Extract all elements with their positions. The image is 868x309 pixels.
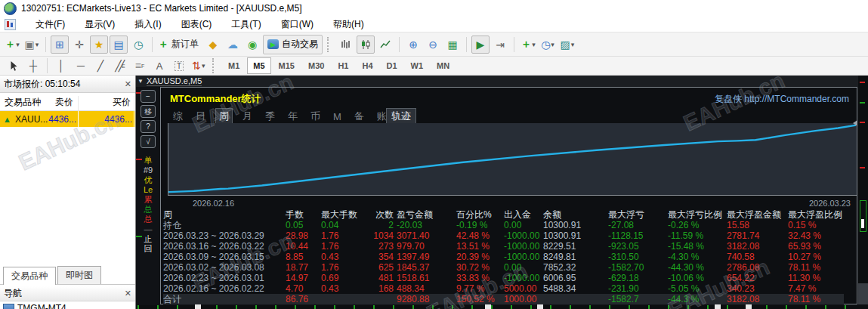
stat-tab-月[interactable]: 月 [239, 109, 255, 124]
timeframe-m1[interactable]: M1 [222, 57, 246, 74]
candlestick-chart-button[interactable] [357, 36, 375, 54]
close-icon[interactable]: ✕ [125, 79, 131, 89]
stat-tab-日[interactable]: 日 [193, 109, 209, 124]
market-watch-header: 交易品种 卖价 买价 [0, 93, 135, 111]
table-cell: 1397.49 [397, 252, 456, 262]
table-cell: 33.83 % [456, 273, 504, 283]
zoom-out-button[interactable]: ⊖ [424, 36, 442, 54]
toolbar-grip[interactable] [212, 58, 218, 73]
table-cell: -1582.7 [608, 294, 668, 304]
text-button[interactable]: A [150, 57, 168, 75]
menu-item-6[interactable]: 帮助(H) [333, 18, 364, 31]
history-book-icon[interactable]: ◆ [204, 36, 222, 54]
tile-windows-button[interactable]: ▦ [443, 36, 462, 54]
table-cell: 78.11 % [788, 262, 844, 273]
table-cell: 13.51 % [456, 241, 504, 252]
chevron-down-icon: ▾ [551, 41, 554, 48]
auto-scroll-button[interactable]: ▶ [471, 36, 490, 54]
stat-tab-季[interactable]: 季 [262, 109, 278, 124]
tab-tick-chart[interactable]: 即时图 [57, 266, 101, 284]
stat-tab-M[interactable]: M [330, 110, 344, 123]
menu-item-0[interactable]: 文件(F) [36, 18, 65, 31]
side-button-2[interactable]: ? [141, 120, 156, 133]
autotrading-button[interactable]: ▶ 自动交易 [263, 35, 323, 54]
table-row[interactable]: 持仓0.050.042-20.03-0.19 %0.0010300.91-27.… [163, 220, 844, 230]
menu-item-1[interactable]: 显示(V) [85, 18, 115, 31]
column-bid[interactable]: 卖价 [55, 96, 73, 109]
timeframe-m5[interactable]: M5 [247, 57, 270, 74]
strategy-tester-button[interactable]: ◷ [129, 36, 147, 54]
chevron-down-icon[interactable]: ▼ [137, 78, 144, 85]
timeframe-m15[interactable]: M15 [273, 57, 301, 74]
timeframe-h4[interactable]: H4 [356, 57, 378, 74]
table-cell: 1.76 [321, 241, 363, 252]
chevron-down-icon: ▾ [16, 41, 20, 48]
menu-item-4[interactable]: 工具(T) [231, 18, 261, 31]
table-cell: 6006.95 [543, 273, 608, 283]
indicators-button[interactable]: ＋▾ [519, 36, 537, 54]
data-window-button[interactable]: ✛ [70, 36, 88, 54]
channel-button[interactable]: ╱╱E [111, 57, 129, 75]
timeframe-mn[interactable]: MN [431, 57, 456, 74]
timeframe-m30[interactable]: M30 [302, 57, 330, 74]
navigator-button[interactable]: ★ [90, 36, 108, 54]
table-row[interactable]: 2026.03.16 ~ 2026.03.2210.441.76273979.7… [163, 241, 844, 252]
fibonacci-button[interactable]: ≡F [131, 57, 149, 75]
side-button-1[interactable]: 移 [141, 105, 156, 118]
chart-fragment [746, 304, 752, 309]
new-order-button[interactable]: ＋新订单 [157, 36, 202, 54]
toolbar-grip[interactable] [327, 37, 332, 52]
table-row[interactable]: 2026.03.02 ~ 2026.03.0818.771.766251845.… [163, 262, 844, 273]
market-watch-button[interactable]: ⊞ [51, 36, 69, 54]
table-row[interactable]: 合计86.769280.88150.52 %1000.00-1582.7-44.… [163, 294, 844, 304]
table-row[interactable]: 2026.02.16 ~ 2026.02.224.700.43168488.34… [163, 283, 844, 294]
templates-button[interactable]: ▨▾ [558, 36, 576, 54]
column-symbol[interactable]: 交易品种 [5, 96, 41, 109]
vertical-line-button[interactable]: │ [52, 57, 70, 75]
table-row[interactable]: 2026.03.09 ~ 2026.03.158.850.433541397.4… [163, 252, 844, 262]
stat-tab-年[interactable]: 年 [285, 109, 301, 124]
tab-trace[interactable]: 轨迹 [386, 108, 416, 125]
chart-tab-xauusd[interactable]: XAUUSD.e,M5 [147, 76, 202, 86]
arrows-button[interactable]: ⇅▾ [190, 57, 208, 75]
trendline-button[interactable]: ╱ [91, 57, 110, 75]
close-icon[interactable]: ✕ [125, 289, 131, 298]
table-cell: 2786.08 [727, 262, 788, 273]
menu-item-3[interactable]: 图表(C) [181, 18, 212, 31]
line-chart-button[interactable] [376, 36, 394, 54]
tab-symbols[interactable]: 交易品种 [3, 267, 56, 285]
side-button-3[interactable]: √ [141, 135, 156, 148]
signal-icon[interactable]: ◉ [243, 36, 261, 54]
periods-button[interactable]: ◷▾ [539, 36, 557, 54]
menu-item-5[interactable]: 窗口(W) [281, 18, 314, 31]
zoom-in-button[interactable]: ⊕ [404, 36, 422, 54]
horizontal-line-button[interactable]: ─ [72, 57, 90, 75]
cursor-button[interactable] [5, 57, 23, 75]
profiles-button[interactable]: ▣▾ [23, 36, 41, 54]
timeframe-h1[interactable]: H1 [332, 57, 354, 74]
chart-shift-button[interactable]: ⇥ [491, 36, 509, 54]
stat-tab-综[interactable]: 综 [170, 109, 186, 124]
menu-item-2[interactable]: 插入(I) [134, 18, 161, 31]
side-button-0[interactable]: − [141, 90, 156, 103]
terminal-button[interactable]: ▤ [110, 36, 128, 54]
mtcommander-link[interactable]: 复盘侠 http://MTCommander.com [715, 93, 849, 106]
timeframe-d1[interactable]: D1 [381, 57, 403, 74]
table-cell: 3182.08 [727, 241, 788, 252]
stat-tab-币[interactable]: 币 [307, 109, 323, 124]
new-chart-button[interactable]: ＋▾ [3, 36, 21, 54]
bar-chart-button[interactable] [337, 36, 355, 54]
table-row[interactable]: 2026.03.23 ~ 2026.03.2928.981.7610343071… [163, 230, 844, 241]
text-label-button[interactable]: T [170, 57, 188, 75]
stat-tab-备[interactable]: 备 [351, 109, 367, 124]
table-row[interactable]: 2026.02.23 ~ 2026.03.0114.970.694811518.… [163, 273, 844, 283]
cloud-icon[interactable]: ☁ [224, 36, 242, 54]
table-cell: 1.76 [321, 230, 363, 241]
navigator-account-item[interactable]: TMGM-MT4 [3, 303, 66, 309]
column-ask[interactable]: 买价 [113, 96, 131, 109]
quote-row-xauusd[interactable]: ▲ XAUU... 4436... 4436... [0, 111, 135, 127]
stat-tab-周[interactable]: 周 [215, 108, 233, 125]
timeframe-w1[interactable]: W1 [405, 57, 430, 74]
table-cell: 15.58 [727, 220, 788, 230]
crosshair-button[interactable]: ┼ [24, 57, 42, 75]
